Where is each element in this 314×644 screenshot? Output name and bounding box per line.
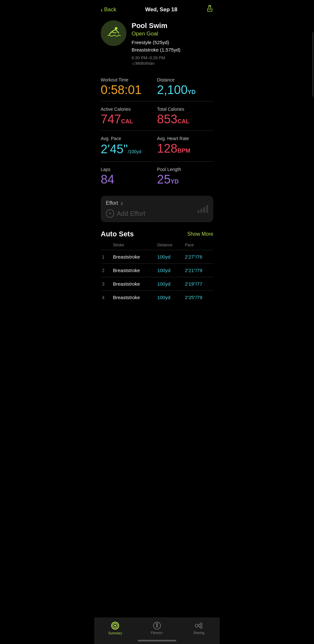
page-title: Wed, Sep 18 [145,6,177,13]
header: ‹ Back Wed, Sep 18 [94,0,220,18]
add-effort-label: Add Effort [117,210,145,217]
avg-pace-value: 2'45" /100yd [101,142,157,156]
avg-hr-label: Avg. Heart Rate [157,136,213,141]
workout-time-value: 0:58:01 [101,84,157,96]
avg-hr-value: 128BPM [157,142,213,155]
row-stroke: Breaststroke [110,277,155,291]
active-cal-value: 747CAL [101,113,157,125]
laps-stat: Laps 84 [101,167,157,185]
row-pace: 2'27"/76 [182,250,213,264]
col-number-header [101,243,110,250]
workout-goal: Open Goal [132,31,213,37]
workout-location: ◁ Midlothian [132,61,213,66]
row-pace: 2'19"/77 [182,277,213,291]
active-cal-label: Active Calories [101,107,157,112]
row-pace: 2'21"/79 [182,264,213,277]
col-distance-header: Distance [155,243,182,250]
stats-row-time-distance: Workout Time 0:58:01 Distance 2,100YD [101,72,213,101]
row-stroke: Breaststroke [110,291,155,304]
table-row: 1 Breaststroke 100yd 2'27"/76 [101,250,213,264]
workout-strokes: Freestyle (525yd) Breaststroke (1,575yd) [132,39,213,53]
workout-time-range: 8:30 PM–9:28 PM [132,55,213,60]
col-pace-header: Pace [182,243,213,250]
workout-name: Pool Swim [132,22,213,30]
share-icon [206,5,213,12]
row-distance: 100yd [155,291,182,304]
distance-value: 2,100YD [157,84,213,96]
row-number: 4 [101,291,110,304]
total-cal-label: Total Calories [157,107,213,112]
stroke-freestyle: Freestyle (525yd) [132,39,213,46]
row-number: 3 [101,277,110,291]
workout-info: Pool Swim Open Goal Freestyle (525yd) Br… [94,18,220,72]
auto-sets-table: Stroke Distance Pace 1 Breaststroke 100y… [101,243,213,304]
distance-label: Distance [157,77,213,82]
svg-point-1 [115,27,117,30]
back-label: Back [104,6,116,13]
stats-row-calories: Active Calories 747CAL Total Calories 85… [101,101,213,131]
effort-plus-icon: ± [121,201,123,206]
pool-length-label: Pool Length [157,167,213,172]
stroke-breaststroke: Breaststroke (1,575yd) [132,46,213,54]
table-row: 3 Breaststroke 100yd 2'19"/77 [101,277,213,291]
location-icon: ◁ [132,61,134,66]
back-button[interactable]: ‹ Back [101,6,116,13]
stats-row-pace-hr: Avg. Pace 2'45" /100yd Avg. Heart Rate 1… [101,131,213,162]
total-calories-stat: Total Calories 853CAL [157,107,213,125]
table-row: 2 Breaststroke 100yd 2'21"/79 [101,264,213,277]
total-cal-value: 853CAL [157,113,213,125]
swimmer-icon [106,26,121,40]
workout-icon [101,20,126,46]
row-stroke: Breaststroke [110,264,155,277]
row-number: 2 [101,264,110,277]
row-distance: 100yd [155,264,182,277]
stats-section: Workout Time 0:58:01 Distance 2,100YD Ac… [94,72,220,191]
workout-time-label: Workout Time [101,77,157,82]
pool-length-stat: Pool Length 25YD [157,167,213,185]
active-calories-stat: Active Calories 747CAL [101,107,157,125]
effort-header: Effort ± [106,200,145,206]
stats-row-laps-pool: Laps 84 Pool Length 25YD [101,162,213,191]
add-effort-button[interactable]: + Add Effort [106,209,145,218]
avg-hr-stat: Avg. Heart Rate 128BPM [157,136,213,156]
pool-length-value: 25YD [157,173,213,185]
add-effort-circle-icon: + [106,209,114,218]
workout-details: Pool Swim Open Goal Freestyle (525yd) Br… [132,20,213,66]
row-pace: 2'25"/79 [182,291,213,304]
show-more-button[interactable]: Show More [187,231,213,237]
workout-time-stat: Workout Time 0:58:01 [101,77,157,96]
avg-pace-label: Avg. Pace [101,136,157,141]
laps-value: 84 [101,173,157,185]
row-distance: 100yd [155,277,182,291]
laps-label: Laps [101,167,157,172]
effort-title: Effort [106,200,118,206]
row-number: 1 [101,250,110,264]
back-chevron-icon: ‹ [101,6,103,13]
effort-bars-icon [198,205,208,213]
row-stroke: Breaststroke [110,250,155,264]
effort-section[interactable]: Effort ± + Add Effort [101,196,213,222]
table-row: 4 Breaststroke 100yd 2'25"/79 [101,291,213,304]
row-distance: 100yd [155,250,182,264]
auto-sets-title: Auto Sets [101,230,134,238]
auto-sets-header: Auto Sets Show More [101,230,213,238]
auto-sets-section: Auto Sets Show More Stroke Distance Pace… [94,227,220,304]
avg-pace-stat: Avg. Pace 2'45" /100yd [101,136,157,156]
col-stroke-header: Stroke [110,243,155,250]
distance-stat: Distance 2,100YD [157,77,213,96]
share-button[interactable] [206,5,213,14]
